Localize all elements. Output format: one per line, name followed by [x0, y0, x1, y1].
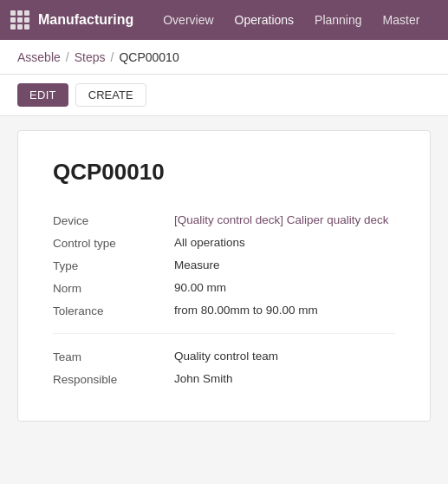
menu-item-planning[interactable]: Planning	[306, 8, 371, 32]
field-label-tolerance: Tolerance	[53, 304, 174, 317]
field-label-team: Team	[53, 350, 174, 363]
field-value-team: Quality control team	[174, 350, 395, 363]
create-button[interactable]: CREATE	[75, 83, 146, 107]
field-group-2: Team Quality control team Responsible Jo…	[53, 350, 395, 386]
brand[interactable]: Manufacturing	[10, 10, 133, 29]
breadcrumb-parent1[interactable]: Asseble	[17, 50, 61, 64]
breadcrumb-parent2[interactable]: Steps	[75, 50, 106, 64]
action-bar: EDIT CREATE	[0, 75, 448, 116]
field-value-norm: 90.00 mm	[174, 281, 395, 294]
field-label-norm: Norm	[53, 281, 174, 295]
topnav: Manufacturing Overview Operations Planni…	[0, 0, 448, 40]
breadcrumb-current: QCP00010	[119, 50, 179, 64]
breadcrumb: Asseble / Steps / QCP00010	[0, 40, 448, 75]
breadcrumb-sep1: /	[66, 50, 69, 64]
record-card: QCP00010 Device [Quality control deck] C…	[17, 130, 431, 422]
topnav-menu: Overview Operations Planning Master	[154, 8, 428, 32]
field-value-responsible: John Smith	[174, 372, 395, 385]
brand-label: Manufacturing	[38, 12, 133, 28]
menu-item-master[interactable]: Master	[374, 8, 429, 32]
field-label-device: Device	[53, 213, 174, 227]
record-title: QCP00010	[53, 159, 395, 186]
divider	[53, 333, 395, 334]
field-value-tolerance: from 80.00mm to 90.00 mm	[174, 304, 395, 317]
menu-item-operations[interactable]: Operations	[226, 8, 302, 32]
field-label-control-type: Control type	[53, 236, 174, 250]
edit-button[interactable]: EDIT	[17, 83, 68, 107]
menu-item-overview[interactable]: Overview	[154, 8, 222, 32]
field-group-1: Device [Quality control deck] Caliper qu…	[53, 213, 395, 317]
grid-icon	[10, 10, 29, 29]
breadcrumb-sep2: /	[111, 50, 114, 64]
field-label-responsible: Responsible	[53, 372, 174, 386]
main-content: QCP00010 Device [Quality control deck] C…	[0, 116, 448, 481]
field-value-type: Measure	[174, 258, 395, 271]
field-label-type: Type	[53, 258, 174, 272]
field-value-device[interactable]: [Quality control deck] Caliper quality d…	[174, 213, 395, 226]
field-value-control-type: All operations	[174, 236, 395, 249]
